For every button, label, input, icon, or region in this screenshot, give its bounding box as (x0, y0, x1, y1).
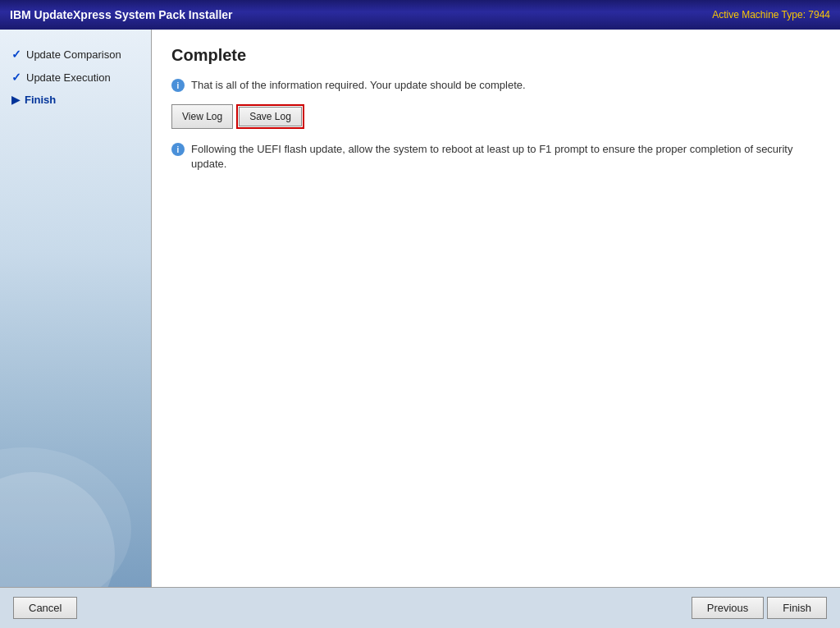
arrow-icon-finish: ▶ (11, 94, 20, 106)
sidebar-item-finish: ▶ Finish (8, 92, 143, 108)
app-header: IBM UpdateXpress System Pack Installer A… (0, 0, 840, 30)
footer-right: Previous Finish (692, 597, 827, 619)
main-layout: ✓ Update Comparison ✓ Update Execution ▶… (0, 30, 840, 587)
content-area: Complete i That is all of the informatio… (152, 30, 840, 587)
machine-type-label: Active Machine Type: 7944 (712, 9, 830, 21)
save-log-button[interactable]: Save Log (239, 107, 302, 126)
info-row-2: i Following the UEFI flash update, allow… (171, 142, 820, 172)
sidebar-label-execution: Update Execution (26, 71, 111, 84)
app-title: IBM UpdateXpress System Pack Installer (10, 8, 233, 21)
save-log-wrapper: Save Log (236, 104, 304, 129)
page-title: Complete (171, 46, 820, 65)
finish-button[interactable]: Finish (767, 597, 827, 619)
log-button-row: View Log Save Log (171, 104, 820, 129)
footer: Cancel Previous Finish (0, 587, 840, 628)
previous-button[interactable]: Previous (692, 597, 765, 619)
info-text-2: Following the UEFI flash update, allow t… (191, 142, 820, 172)
info-icon-1: i (171, 79, 185, 92)
sidebar-item-update-execution: ✓ Update Execution (8, 69, 143, 85)
cancel-button[interactable]: Cancel (13, 597, 77, 619)
info-text-1: That is all of the information required.… (191, 78, 526, 93)
check-icon-execution: ✓ (11, 71, 21, 84)
check-icon-comparison: ✓ (11, 48, 21, 61)
sidebar-item-update-comparison: ✓ Update Comparison (8, 46, 143, 62)
view-log-button[interactable]: View Log (171, 104, 233, 129)
sidebar: ✓ Update Comparison ✓ Update Execution ▶… (0, 30, 152, 587)
sidebar-label-comparison: Update Comparison (26, 48, 121, 61)
info-row-1: i That is all of the information require… (171, 78, 820, 93)
sidebar-label-finish: Finish (25, 94, 56, 106)
info-icon-2: i (171, 143, 185, 156)
